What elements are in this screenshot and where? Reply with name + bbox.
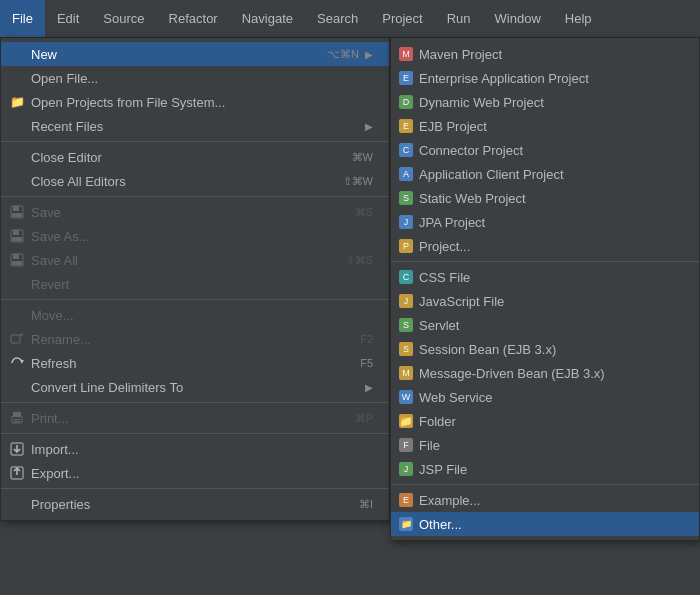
driven-icon: M: [399, 366, 413, 380]
separator-1: [1, 141, 389, 142]
svg-rect-4: [13, 230, 19, 235]
submenu-jpa[interactable]: J JPA Project: [391, 210, 699, 234]
folder-icon: 📁: [399, 414, 413, 428]
svg-rect-15: [14, 421, 20, 422]
menubar-window[interactable]: Window: [483, 0, 553, 37]
submenu-connector[interactable]: C Connector Project: [391, 138, 699, 162]
menubar-navigate[interactable]: Navigate: [230, 0, 305, 37]
static-icon: S: [399, 191, 413, 205]
submenu-jsp[interactable]: J JSP File: [391, 457, 699, 481]
import-icon: [9, 441, 25, 457]
separator-3: [1, 299, 389, 300]
new-icon: [9, 46, 25, 62]
jsp-icon: J: [399, 462, 413, 476]
app-client-icon: A: [399, 167, 413, 181]
svg-rect-2: [12, 213, 22, 217]
submenu-folder[interactable]: 📁 Folder: [391, 409, 699, 433]
menu-item-open-file[interactable]: Open File...: [1, 66, 389, 90]
submenu-other[interactable]: 📁 Other...: [391, 512, 699, 536]
close-editor-icon: [9, 149, 25, 165]
svg-rect-7: [13, 254, 19, 259]
save-all-icon: [9, 252, 25, 268]
menu-item-properties[interactable]: Properties ⌘I: [1, 492, 389, 516]
dynamic-icon: D: [399, 95, 413, 109]
submenu-example[interactable]: E Example...: [391, 488, 699, 512]
sub-separator-1: [391, 261, 699, 262]
recent-arrow: ▶: [365, 121, 373, 132]
menubar-help[interactable]: Help: [553, 0, 604, 37]
menu-item-recent-files[interactable]: Recent Files ▶: [1, 114, 389, 138]
ejb-icon: E: [399, 119, 413, 133]
project-icon: P: [399, 239, 413, 253]
dropdown-container: New ⌥⌘N ▶ Open File... 📁 Open Projects f…: [0, 38, 390, 521]
print-icon: [9, 410, 25, 426]
menu-item-export[interactable]: Export...: [1, 461, 389, 485]
svg-rect-1: [13, 206, 19, 211]
enterprise-icon: E: [399, 71, 413, 85]
submenu-session[interactable]: S Session Bean (EJB 3.x): [391, 337, 699, 361]
menu-item-open-projects[interactable]: 📁 Open Projects from File System...: [1, 90, 389, 114]
maven-icon: M: [399, 47, 413, 61]
js-icon: J: [399, 294, 413, 308]
menu-item-convert[interactable]: Convert Line Delimiters To ▶: [1, 375, 389, 399]
menu-item-close-editor[interactable]: Close Editor ⌘W: [1, 145, 389, 169]
separator-2: [1, 196, 389, 197]
separator-5: [1, 433, 389, 434]
menu-item-refresh[interactable]: Refresh F5: [1, 351, 389, 375]
menubar-source[interactable]: Source: [91, 0, 156, 37]
css-icon: C: [399, 270, 413, 284]
recent-files-icon: [9, 118, 25, 134]
open-file-icon: [9, 70, 25, 86]
menubar-refactor[interactable]: Refactor: [157, 0, 230, 37]
separator-4: [1, 402, 389, 403]
menu-item-print[interactable]: Print... ⌘P: [1, 406, 389, 430]
menu-item-revert[interactable]: Revert: [1, 272, 389, 296]
move-icon: [9, 307, 25, 323]
submenu-servlet[interactable]: S Servlet: [391, 313, 699, 337]
convert-arrow: ▶: [365, 382, 373, 393]
menubar-search[interactable]: Search: [305, 0, 370, 37]
file-menu-panel: New ⌥⌘N ▶ Open File... 📁 Open Projects f…: [0, 38, 390, 521]
rename-icon: [9, 331, 25, 347]
submenu-project[interactable]: P Project...: [391, 234, 699, 258]
example-icon: E: [399, 493, 413, 507]
submenu-js[interactable]: J JavaScript File: [391, 289, 699, 313]
menubar-file[interactable]: File: [0, 0, 45, 37]
webservice-icon: W: [399, 390, 413, 404]
menu-item-move[interactable]: Move...: [1, 303, 389, 327]
submenu-file[interactable]: F File: [391, 433, 699, 457]
menu-item-save-all[interactable]: Save All ⇧⌘S: [1, 248, 389, 272]
submenu-dynamic[interactable]: D Dynamic Web Project: [391, 90, 699, 114]
svg-rect-13: [13, 412, 21, 417]
submenu-static[interactable]: S Static Web Project: [391, 186, 699, 210]
svg-rect-8: [12, 261, 22, 265]
servlet-icon: S: [399, 318, 413, 332]
submenu-driven[interactable]: M Message-Driven Bean (EJB 3.x): [391, 361, 699, 385]
new-submenu-panel: M Maven Project E Enterprise Application…: [390, 38, 700, 541]
svg-rect-14: [14, 419, 20, 420]
submenu-css[interactable]: C CSS File: [391, 265, 699, 289]
save-as-icon: [9, 228, 25, 244]
submenu-maven[interactable]: M Maven Project: [391, 42, 699, 66]
menubar-project[interactable]: Project: [370, 0, 434, 37]
svg-rect-9: [11, 335, 20, 343]
menubar-edit[interactable]: Edit: [45, 0, 91, 37]
menubar-run[interactable]: Run: [435, 0, 483, 37]
new-arrow: ▶: [365, 49, 373, 60]
revert-icon: [9, 276, 25, 292]
jpa-icon: J: [399, 215, 413, 229]
menu-item-rename[interactable]: Rename... F2: [1, 327, 389, 351]
separator-6: [1, 488, 389, 489]
open-projects-icon: 📁: [9, 94, 25, 110]
submenu-ejb[interactable]: E EJB Project: [391, 114, 699, 138]
menu-item-import[interactable]: Import...: [1, 437, 389, 461]
convert-icon: [9, 379, 25, 395]
menu-item-new[interactable]: New ⌥⌘N ▶: [1, 42, 389, 66]
submenu-enterprise[interactable]: E Enterprise Application Project: [391, 66, 699, 90]
menu-item-close-all[interactable]: Close All Editors ⇧⌘W: [1, 169, 389, 193]
submenu-webservice[interactable]: W Web Service: [391, 385, 699, 409]
submenu-app-client[interactable]: A Application Client Project: [391, 162, 699, 186]
menu-item-save[interactable]: Save ⌘S: [1, 200, 389, 224]
menu-item-save-as[interactable]: Save As...: [1, 224, 389, 248]
export-icon: [9, 465, 25, 481]
